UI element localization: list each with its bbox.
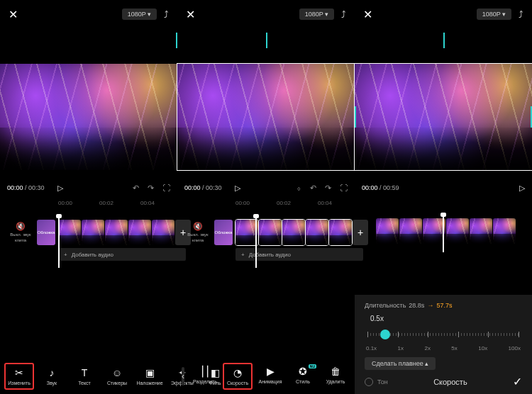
удалить-icon: 🗑	[331, 366, 340, 377]
resolution-button[interactable]: 1080P ▾	[477, 9, 511, 20]
текст-icon: T	[82, 367, 88, 378]
time-display: 00:00 / 00:59	[362, 184, 399, 191]
tool-удалить[interactable]: 🗑Удалить	[321, 363, 350, 390]
tool-разделить[interactable]: ⎮⎮Разделить	[190, 363, 220, 390]
marker-icon	[266, 33, 267, 48]
undo-icon[interactable]: ↶	[310, 184, 316, 193]
tool-стикеры[interactable]: ☺Стикеры	[102, 364, 132, 388]
tool-наложение[interactable]: ▣Наложение	[135, 364, 165, 388]
playhead[interactable]	[58, 217, 60, 268]
in-out-marker	[355, 106, 356, 128]
clip-thumb[interactable]	[105, 220, 128, 245]
marker-icon	[443, 33, 445, 48]
clip-thumb[interactable]	[470, 218, 492, 244]
resolution-button[interactable]: 1080P ▾	[122, 9, 157, 20]
clip-thumb[interactable]	[259, 220, 282, 245]
add-audio-button[interactable]: + Добавить аудио	[235, 248, 363, 261]
video-preview[interactable]	[355, 64, 532, 170]
speed-slider[interactable]	[365, 325, 522, 344]
back-button[interactable]: ‹	[182, 367, 184, 385]
разделить-icon: ⎮⎮	[200, 366, 210, 377]
playback-controls: 00:00 / 00:30 ▷ ↶ ↷ ⛶	[0, 177, 177, 198]
duration-row: Длительность 28.8s → 57.7s	[365, 302, 522, 309]
add-audio-icon: +	[64, 252, 67, 258]
slider-thumb[interactable]	[380, 330, 390, 339]
video-preview[interactable]	[177, 64, 355, 170]
export-icon[interactable]: ⤴	[164, 9, 169, 20]
звук-icon: ♪	[50, 367, 55, 378]
time-display: 00:00 / 00:30	[184, 184, 222, 191]
tool-текст[interactable]: TТекст	[70, 364, 99, 388]
clip-toolbar: ‹ ⎮⎮Разделить◔Скорость▶Анимация✪СтильNU🗑…	[177, 359, 355, 394]
speed-scale: 0.1x1x2x5x10x100x	[365, 345, 522, 351]
play-button[interactable]: ▷	[519, 184, 525, 193]
playhead[interactable]	[255, 217, 257, 268]
redo-icon[interactable]: ↷	[325, 184, 331, 193]
clip-thumb[interactable]	[376, 218, 399, 244]
time-ruler[interactable]: 00:00 00:02 00:04	[0, 200, 177, 210]
main-toolbar: ✂Изменить♪ЗвукTТекст☺Стикеры▣Наложение✦Э…	[0, 359, 177, 394]
confirm-button[interactable]: ✓	[513, 375, 522, 388]
clip-thumb[interactable]	[58, 220, 81, 245]
изменить-icon: ✂	[15, 367, 23, 378]
resolution-button[interactable]: 1080P ▾	[299, 9, 334, 20]
export-icon[interactable]: ⤴	[341, 9, 346, 20]
clip-strip	[376, 218, 516, 244]
clip-thumb[interactable]	[446, 218, 469, 244]
fullscreen-icon[interactable]: ⛶	[162, 184, 170, 193]
add-audio-button[interactable]: + Добавить аудио	[58, 248, 186, 261]
smoother-button[interactable]: Сделать плавнее ▴	[365, 357, 436, 370]
undo-icon[interactable]: ↶	[133, 184, 139, 193]
time-display: 00:00 / 00:30	[7, 184, 45, 191]
cover-button[interactable]: Обложка	[37, 220, 55, 245]
clip-thumb[interactable]	[128, 220, 151, 245]
speed-panel: Длительность 28.8s → 57.7s 0.5x 0.1x1x2x…	[355, 295, 532, 394]
close-icon[interactable]: ✕	[186, 8, 195, 21]
tool-звук[interactable]: ♪Звук	[37, 364, 67, 388]
наложение-icon: ▣	[145, 367, 155, 378]
tool-скорость[interactable]: ◔Скорость	[223, 363, 253, 390]
tool-анимация[interactable]: ▶Анимация	[255, 363, 285, 390]
pane-speed: ✕ 1080P ▾ ⤴ 00:00 / 00:59 ▷ Длительность…	[355, 0, 532, 394]
time-ruler[interactable]: 00:00 00:02 00:04	[177, 200, 355, 210]
скорость-icon: ◔	[233, 367, 242, 378]
timeline: 🔇 Выкл. звук клипа Обложка + + Добавить …	[177, 214, 355, 264]
clip-thumb[interactable]	[493, 218, 516, 244]
video-preview[interactable]	[0, 64, 177, 170]
tool-стиль[interactable]: ✪СтильNU	[288, 363, 318, 390]
playhead[interactable]	[443, 215, 444, 252]
topbar: ✕ 1080P ▾ ⤴	[355, 0, 532, 28]
add-audio-icon: +	[241, 252, 245, 258]
cover-button[interactable]: Обложка	[214, 220, 233, 245]
fullscreen-icon[interactable]: ⛶	[340, 184, 348, 193]
keyframe-icon[interactable]: ⬨	[297, 184, 301, 193]
play-button[interactable]: ▷	[235, 184, 240, 193]
export-icon[interactable]: ⤴	[519, 9, 523, 20]
playback-controls: 00:00 / 00:30 ▷ ⬨ ↶ ↷ ⛶	[177, 177, 355, 198]
mute-clip-button[interactable]: 🔇 Выкл. звук клипа	[184, 220, 211, 245]
clip-thumb[interactable]	[82, 220, 104, 245]
close-icon[interactable]: ✕	[9, 8, 18, 21]
clip-thumb[interactable]	[306, 220, 328, 245]
speaker-mute-icon: 🔇	[16, 222, 26, 231]
стиль-icon: ✪	[299, 366, 307, 377]
анимация-icon: ▶	[267, 366, 275, 377]
mute-clip-button[interactable]: 🔇 Выкл. звук клипа	[7, 220, 34, 245]
redo-icon[interactable]: ↷	[148, 184, 154, 193]
clip-thumb[interactable]	[399, 218, 422, 244]
timeline	[355, 213, 532, 248]
clip-strip: +	[58, 220, 191, 245]
clip-thumb[interactable]	[329, 220, 352, 245]
speed-value: 0.5x	[370, 315, 522, 322]
topbar: ✕ 1080P ▾ ⤴	[177, 0, 355, 28]
tool-изменить[interactable]: ✂Изменить	[4, 363, 34, 390]
playback-controls: 00:00 / 00:59 ▷	[355, 177, 532, 198]
close-icon[interactable]: ✕	[363, 8, 372, 21]
clip-thumb[interactable]	[282, 220, 305, 245]
tone-toggle[interactable]: Тон	[365, 378, 388, 386]
стикеры-icon: ☺	[112, 367, 122, 378]
badge: NU	[309, 364, 316, 368]
play-button[interactable]: ▷	[57, 184, 63, 193]
clip-thumb[interactable]	[152, 220, 174, 245]
timeline: 🔇 Выкл. звук клипа Обложка + + Добавить …	[0, 214, 177, 264]
